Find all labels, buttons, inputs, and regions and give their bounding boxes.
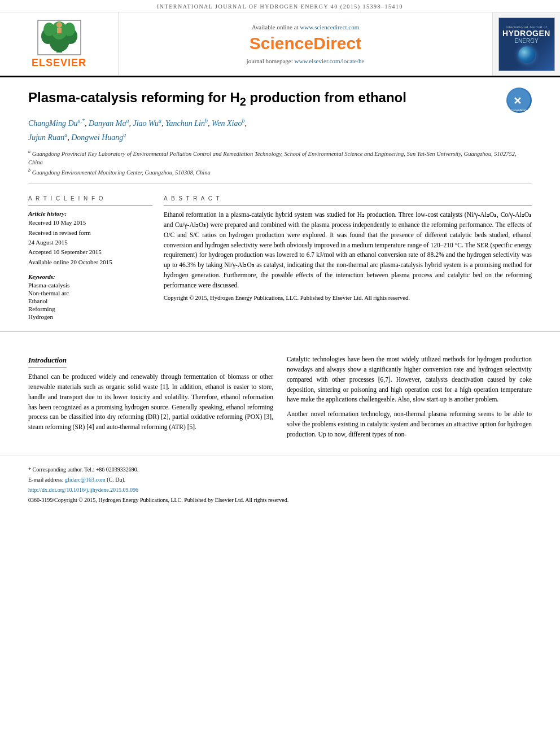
author-sup-3: a: [159, 118, 161, 124]
intro-para-1: Ethanol can be produced widely and renew…: [28, 372, 273, 433]
abstract-label: A B S T R A C T: [164, 195, 532, 202]
journal-cover-image: International Journal of HYDROGEN ENERGY: [498, 18, 555, 71]
info-divider: [28, 205, 152, 206]
article-title: Plasma-catalysis reforming for H2 produc…: [28, 89, 532, 109]
sciencedirect-logo: ScienceDirect: [250, 34, 361, 53]
sciencedirect-url[interactable]: www.sciencedirect.com: [300, 24, 359, 30]
author-sup-1: a,*: [78, 118, 85, 124]
intro-para-2: Catalytic technologies have been the mos…: [287, 355, 532, 405]
author-danyan-ma[interactable]: Danyan Ma: [89, 119, 126, 128]
article-title-section: ✕ CrossMark Plasma-catalysis reforming f…: [0, 77, 560, 184]
author-wen-xiao[interactable]: Wen Xiao: [212, 119, 242, 128]
svg-rect-8: [57, 28, 62, 33]
affil-a-text: Guangdong Provincial Key Laboratory of E…: [28, 150, 517, 165]
keyword-1: Plasma-catalysis: [28, 282, 152, 289]
corresponding-label: * Corresponding author.: [28, 466, 83, 473]
body-col-right: Catalytic technologies have been the mos…: [287, 355, 532, 444]
abstract-copyright: Copyright © 2015, Hydrogen Energy Public…: [164, 294, 532, 303]
received-date: Received 10 May 2015: [28, 219, 152, 227]
body-two-columns: Introduction Ethanol can be produced wid…: [0, 355, 560, 444]
email-link[interactable]: glidarc@163.com: [65, 477, 106, 483]
email-label: E-mail address:: [28, 477, 63, 483]
abstract-paragraph: Ethanol reformation in a plasma-catalyti…: [164, 210, 532, 291]
article-info-abstract: A R T I C L E I N F O Article history: R…: [0, 189, 560, 321]
article-info-column: A R T I C L E I N F O Article history: R…: [28, 195, 152, 321]
affil-a-label: a: [28, 149, 30, 154]
accepted-date: Accepted 10 September 2015: [28, 248, 152, 256]
banner-text: INTERNATIONAL JOURNAL OF HYDROGEN ENERGY…: [157, 3, 403, 10]
journal-cover-area: International Journal of HYDROGEN ENERGY: [492, 12, 560, 76]
journal-banner: INTERNATIONAL JOURNAL OF HYDROGEN ENERGY…: [0, 0, 560, 12]
email-note: E-mail address: glidarc@163.com (C. Du).: [28, 475, 532, 484]
keywords-label: Keywords:: [28, 273, 152, 280]
keyword-3: Ethanol: [28, 298, 152, 304]
author-jujun-ruan[interactable]: Jujun Ruan: [28, 133, 64, 142]
journal-header: ELSEVIER Available online at www.science…: [0, 12, 560, 77]
abstract-text: Ethanol reformation in a plasma-catalyti…: [164, 210, 532, 302]
elsevier-wordmark: ELSEVIER: [32, 57, 86, 69]
available-online-text: Available online at www.sciencedirect.co…: [252, 24, 360, 30]
svg-point-6: [64, 23, 75, 36]
authors-line: ChangMing Dua,*, Danyan Maa, Jiao Wua, Y…: [28, 117, 532, 144]
elsevier-logo-area: ELSEVIER: [0, 12, 119, 76]
available-online-date: Available online 20 October 2015: [28, 258, 152, 267]
keyword-4: Reforming: [28, 305, 152, 312]
journal-hydrogen-label: HYDROGEN: [502, 29, 550, 38]
journal-homepage-url[interactable]: www.elsevier.com/locate/he: [295, 58, 365, 64]
svg-point-7: [56, 22, 62, 28]
author-sup-4: b: [205, 118, 208, 124]
author-changming-du[interactable]: ChangMing Du: [28, 119, 78, 128]
svg-text:CrossMark: CrossMark: [511, 108, 528, 112]
author-sup-2: a: [126, 118, 129, 124]
keyword-2: Non-thermal arc: [28, 290, 152, 296]
intro-para-3: Another novel reformation technology, no…: [287, 409, 532, 439]
affil-b-text: Guangdong Environmental Monitoring Cente…: [32, 169, 211, 175]
doi-link[interactable]: http://dx.doi.org/10.1016/j.ijhydene.201…: [28, 487, 138, 493]
crossmark-icon: ✕ CrossMark: [506, 88, 532, 113]
author-jiao-wu[interactable]: Jiao Wu: [133, 119, 159, 128]
header-center: Available online at www.sciencedirect.co…: [119, 12, 492, 76]
footer: * Corresponding author. Tel.: +86 020393…: [0, 456, 560, 508]
tel-text: Tel.: +86 02039332690.: [84, 466, 138, 473]
article-divider: [28, 184, 532, 184]
corresponding-author-note: * Corresponding author. Tel.: +86 020393…: [28, 465, 532, 474]
elsevier-tree-logo: [37, 19, 82, 56]
abstract-column: A B S T R A C T Ethanol reformation in a…: [164, 195, 532, 321]
body-col-left: Introduction Ethanol can be produced wid…: [28, 355, 273, 444]
doi-line: http://dx.doi.org/10.1016/j.ijhydene.201…: [28, 486, 532, 495]
article-info-label: A R T I C L E I N F O: [28, 195, 152, 202]
received-revised-label: Received in revised form: [28, 229, 152, 237]
author-dongwei-huang[interactable]: Dongwei Huang: [71, 133, 123, 142]
journal-homepage-line: journal homepage: www.elsevier.com/locat…: [247, 58, 365, 64]
footer-copyright: 0360-3199/Copyright © 2015, Hydrogen Ene…: [28, 497, 532, 503]
journal-sphere-graphic: [518, 46, 535, 63]
svg-text:✕: ✕: [513, 95, 522, 107]
keywords-section: Keywords: Plasma-catalysis Non-thermal a…: [28, 273, 152, 320]
crossmark-badge[interactable]: ✕ CrossMark: [506, 88, 532, 113]
affil-b-label: b: [28, 168, 30, 173]
body-section: [0, 331, 560, 346]
introduction-heading: Introduction: [28, 355, 67, 368]
author-yanchun-lin[interactable]: Yanchun Lin: [165, 119, 205, 128]
keyword-5: Hydrogen: [28, 313, 152, 320]
revised-date: 24 August 2015: [28, 238, 152, 247]
email-suffix: (C. Du).: [107, 477, 125, 483]
journal-energy-label: ENERGY: [514, 38, 538, 44]
author-sup-5: b: [242, 118, 244, 124]
author-sup-6: a: [64, 132, 67, 138]
abstract-divider: [164, 205, 532, 206]
affiliations: a Guangdong Provincial Key Laboratory of…: [28, 148, 532, 177]
svg-point-5: [43, 23, 55, 36]
article-history-label: Article history:: [28, 210, 152, 217]
author-sup-7: a: [123, 132, 126, 138]
